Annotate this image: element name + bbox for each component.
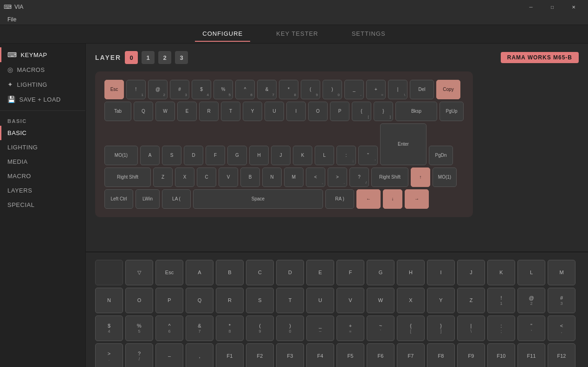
minimize-button[interactable]: ─ bbox=[520, 0, 542, 14]
basic-key-t[interactable]: T bbox=[276, 288, 304, 313]
basic-key--[interactable]: _– bbox=[306, 315, 334, 341]
key-mo-1-[interactable]: MO(1) bbox=[433, 167, 457, 187]
key--[interactable]: &7 bbox=[257, 80, 277, 99]
key-ra--[interactable]: RA ) bbox=[325, 189, 354, 209]
basic-key--[interactable]: &7 bbox=[186, 315, 213, 341]
key--[interactable]: *8 bbox=[279, 80, 298, 99]
key-right-shift[interactable]: Right Shift bbox=[371, 167, 408, 187]
basic-key-f3[interactable]: F3 bbox=[276, 343, 304, 367]
sidebar-item-macros[interactable]: ◎ MACROS bbox=[0, 62, 85, 77]
key-s[interactable]: S bbox=[162, 146, 181, 165]
key-del[interactable]: Del bbox=[410, 80, 434, 99]
key--[interactable]: $4 bbox=[192, 80, 211, 99]
basic-key--[interactable]: |\ bbox=[457, 315, 485, 341]
basic-key--[interactable]: %5 bbox=[125, 315, 153, 341]
basic-key-c[interactable]: C bbox=[246, 260, 274, 285]
basic-key-f12[interactable]: F12 bbox=[548, 343, 575, 367]
basic-key--[interactable]: "' bbox=[517, 315, 545, 341]
key--[interactable]: _- bbox=[344, 80, 364, 99]
basic-key--[interactable]: – bbox=[155, 343, 183, 367]
basic-key--[interactable]: <, bbox=[548, 315, 575, 341]
key-c[interactable]: C bbox=[197, 167, 216, 187]
key--[interactable]: |\ bbox=[388, 80, 407, 99]
key--[interactable]: @2 bbox=[148, 80, 168, 99]
basic-key--[interactable]: )0 bbox=[276, 315, 304, 341]
key-lwin[interactable]: LWin bbox=[136, 189, 160, 209]
basic-key--[interactable]: ~` bbox=[367, 315, 394, 341]
key-b[interactable]: B bbox=[240, 167, 260, 187]
sidebar-category-lighting[interactable]: LIGHTING bbox=[0, 140, 85, 155]
key-d[interactable]: D bbox=[184, 146, 203, 165]
basic-key-m[interactable]: M bbox=[548, 260, 575, 285]
sidebar-category-macro[interactable]: MACRO bbox=[0, 169, 85, 183]
key--[interactable]: += bbox=[366, 80, 386, 99]
basic-key-p[interactable]: P bbox=[155, 288, 183, 313]
basic-key-d[interactable]: D bbox=[276, 260, 304, 285]
key-j[interactable]: J bbox=[271, 146, 291, 165]
basic-key-a[interactable]: A bbox=[186, 260, 213, 285]
sidebar-category-media[interactable]: MEDIA bbox=[0, 155, 85, 169]
basic-key--[interactable]: (9 bbox=[246, 315, 274, 341]
basic-key--[interactable]: #3 bbox=[548, 288, 575, 313]
key-n[interactable]: N bbox=[262, 167, 282, 187]
key-h[interactable]: H bbox=[249, 146, 269, 165]
key-m[interactable]: M bbox=[284, 167, 304, 187]
basic-key--[interactable]: ▽ bbox=[125, 260, 153, 285]
key-u[interactable]: U bbox=[265, 102, 284, 121]
sidebar-item-save-load[interactable]: 💾 SAVE + LOAD bbox=[0, 92, 85, 107]
basic-key--[interactable]: ?/ bbox=[125, 343, 153, 367]
basic-key-f9[interactable]: F9 bbox=[457, 343, 485, 367]
key-mo-1-[interactable]: MO(1) bbox=[104, 146, 138, 165]
layer-btn-0[interactable]: 0 bbox=[125, 51, 138, 64]
key--[interactable]: !1 bbox=[126, 80, 146, 99]
basic-key-r[interactable]: R bbox=[216, 288, 244, 313]
key-esc[interactable]: Esc bbox=[104, 80, 124, 99]
key--[interactable]: )0 bbox=[323, 80, 342, 99]
key-l[interactable]: L bbox=[315, 146, 334, 165]
basic-key-e[interactable]: E bbox=[306, 260, 334, 285]
basic-key--[interactable]: }] bbox=[427, 315, 455, 341]
key--[interactable]: ↓ bbox=[383, 189, 402, 209]
sidebar-item-lighting[interactable]: ✦ LIGHTING bbox=[0, 77, 85, 92]
layer-btn-1[interactable]: 1 bbox=[142, 51, 155, 64]
key-t[interactable]: T bbox=[221, 102, 240, 121]
key-g[interactable]: G bbox=[227, 146, 247, 165]
key-p[interactable]: P bbox=[330, 102, 349, 121]
key-enter[interactable]: Enter bbox=[380, 123, 426, 165]
key-space[interactable]: Space bbox=[193, 189, 323, 209]
key--[interactable]: }] bbox=[374, 102, 393, 121]
basic-key--[interactable]: !1 bbox=[487, 288, 515, 313]
basic-key-u[interactable]: U bbox=[306, 288, 334, 313]
tab-settings[interactable]: SETTINGS bbox=[344, 26, 393, 42]
basic-key--[interactable]: += bbox=[336, 315, 364, 341]
basic-key-z[interactable]: Z bbox=[457, 288, 485, 313]
key--[interactable]: ← bbox=[356, 189, 381, 209]
basic-key--[interactable]: , bbox=[186, 343, 213, 367]
layer-btn-2[interactable]: 2 bbox=[158, 51, 171, 64]
basic-key--[interactable]: {[ bbox=[397, 315, 425, 341]
basic-key-f[interactable]: F bbox=[336, 260, 364, 285]
key--[interactable]: %5 bbox=[213, 80, 233, 99]
basic-key-f1[interactable]: F1 bbox=[216, 343, 244, 367]
key-v[interactable]: V bbox=[219, 167, 238, 187]
sidebar-category-basic[interactable]: BASIC bbox=[0, 126, 85, 140]
basic-key-i[interactable]: I bbox=[427, 260, 455, 285]
key-right-shift[interactable]: Right Shift bbox=[104, 167, 151, 187]
key-copy[interactable]: Copy bbox=[436, 80, 460, 99]
close-button[interactable]: ✕ bbox=[563, 0, 584, 14]
menu-file[interactable]: File bbox=[4, 14, 20, 25]
basic-key-w[interactable]: W bbox=[367, 288, 394, 313]
sidebar-category-special[interactable]: SPECIAL bbox=[0, 198, 85, 212]
basic-key-j[interactable]: J bbox=[457, 260, 485, 285]
key--[interactable]: ↑ bbox=[411, 167, 430, 187]
key-a[interactable]: A bbox=[140, 146, 160, 165]
basic-key--[interactable]: $4 bbox=[95, 315, 123, 341]
basic-key-esc[interactable]: Esc bbox=[155, 260, 183, 285]
basic-key-h[interactable]: H bbox=[397, 260, 425, 285]
key-pgdn[interactable]: PgDn bbox=[429, 146, 453, 165]
basic-key-x[interactable]: X bbox=[397, 288, 425, 313]
sidebar-item-keymap[interactable]: ⌨ KEYMAP bbox=[0, 47, 85, 62]
basic-key-q[interactable]: Q bbox=[186, 288, 213, 313]
key-k[interactable]: K bbox=[293, 146, 312, 165]
key-e[interactable]: E bbox=[177, 102, 197, 121]
